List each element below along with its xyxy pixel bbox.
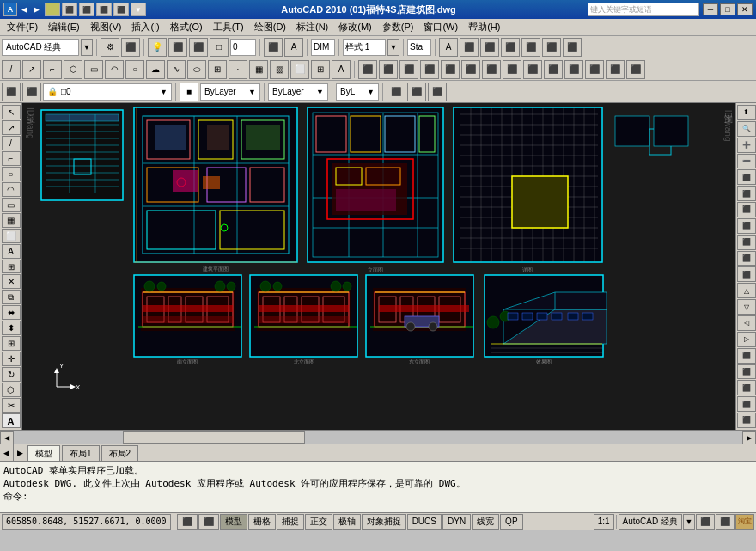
lt-btn-select2[interactable]: ↗ <box>2 120 21 135</box>
menu-item-annotate[interactable]: 标注(N) <box>291 19 333 35</box>
tb1-btn12[interactable]: ⬛ <box>501 38 520 57</box>
menu-item-format[interactable]: 格式(O) <box>165 19 208 35</box>
layer-state-btn[interactable]: ⬛ <box>22 83 41 101</box>
close-btn[interactable]: ✕ <box>737 3 753 15</box>
rt-btn4[interactable]: ➖ <box>737 154 756 169</box>
tab-nav-prev[interactable]: ◀ <box>0 444 14 461</box>
tb2-btn-gradient[interactable]: ▧ <box>270 60 289 79</box>
lineweight-combo[interactable]: ByL ▼ <box>336 83 379 101</box>
bottom-btn-snap2[interactable]: ⬛ <box>198 514 219 530</box>
plotstyle-btn2[interactable]: ⬛ <box>407 83 426 101</box>
plotstyle-btn[interactable]: ⬛ <box>387 83 405 101</box>
tb1-btn2[interactable]: ⬛ <box>121 38 140 57</box>
tb2-btn-m6[interactable]: ⬛ <box>461 60 480 79</box>
tb2-btn-circle[interactable]: ○ <box>125 60 144 79</box>
layer-panel-btn[interactable]: ⬛ <box>2 83 21 101</box>
menu-item-draw[interactable]: 绘图(D) <box>249 19 291 35</box>
tb2-btn-m14[interactable]: ⬛ <box>626 60 645 79</box>
tb2-btn-m12[interactable]: ⬛ <box>585 60 604 79</box>
menu-item-insert[interactable]: 插入(I) <box>126 19 164 35</box>
layer-combo[interactable]: 🔒 □0 ▼ <box>43 83 172 101</box>
rt-btn18[interactable]: ⬛ <box>737 380 756 395</box>
tb2-btn-m4[interactable]: ⬛ <box>420 60 439 79</box>
lt-btn-region[interactable]: ⬜ <box>2 229 21 243</box>
rt-btn12[interactable]: △ <box>737 283 756 298</box>
lt-btn-trim[interactable]: ✂ <box>2 398 21 413</box>
maximize-btn[interactable]: □ <box>720 3 735 15</box>
lt-btn-copy[interactable]: ⧉ <box>2 290 21 304</box>
tb2-btn-m11[interactable]: ⬛ <box>564 60 583 79</box>
tb-icon6[interactable]: ▼ <box>131 3 146 16</box>
tb2-btn-polyline[interactable]: ⌐ <box>43 60 62 79</box>
tb2-btn-insert[interactable]: ⊞ <box>208 60 227 79</box>
rt-btn9[interactable]: ⬛ <box>737 235 756 250</box>
rt-btn15[interactable]: ▷ <box>737 332 756 347</box>
lt-btn-scale[interactable]: ⬡ <box>2 383 21 397</box>
rt-btn7[interactable]: ⬛ <box>737 202 756 217</box>
tab-layout1[interactable]: 布局1 <box>62 445 100 461</box>
tb2-btn-m10[interactable]: ⬛ <box>544 60 563 79</box>
tb2-btn-m2[interactable]: ⬛ <box>379 60 398 79</box>
tb1-combo-sta[interactable]: Sta <box>407 39 431 56</box>
tb-icon5[interactable]: ⬛ <box>113 3 129 16</box>
lt-btn-circle[interactable]: ○ <box>2 167 21 181</box>
color-btn[interactable]: ■ <box>180 83 198 101</box>
bottom-icon3[interactable]: 淘宝 <box>735 514 754 530</box>
lt-btn-move[interactable]: ✛ <box>2 352 21 366</box>
tb2-btn-m1[interactable]: ⬛ <box>358 60 377 79</box>
tb2-btn-m13[interactable]: ⬛ <box>606 60 625 79</box>
lt-btn-polyline[interactable]: ⌐ <box>2 151 21 166</box>
tb2-btn-rect[interactable]: ▭ <box>84 60 103 79</box>
bottom-icon1[interactable]: ⬛ <box>696 514 715 530</box>
lt-btn-text[interactable]: A <box>2 244 21 259</box>
tb2-btn-line[interactable]: / <box>2 60 21 79</box>
menu-item-params[interactable]: 参数(P) <box>377 19 419 35</box>
rt-btn10[interactable]: ⬛ <box>737 251 756 266</box>
linetype-combo[interactable]: ByLayer ▼ <box>268 83 328 101</box>
tb1-dropdown-style[interactable]: ▼ <box>387 39 399 56</box>
rt-btn5[interactable]: ⬛ <box>737 169 756 185</box>
rt-btn6[interactable]: ⬛ <box>737 186 756 201</box>
tb1-btn1[interactable]: ⚙ <box>101 38 119 57</box>
tb2-btn-polygon[interactable]: ⬡ <box>64 60 82 79</box>
tb1-combo-style[interactable]: 样式 1 <box>343 39 386 56</box>
lt-btn-arc[interactable]: ◠ <box>2 182 21 197</box>
tb2-btn-ellipse[interactable]: ⬭ <box>187 60 206 79</box>
tb1-combo-dim[interactable]: DIM <box>311 39 335 56</box>
bottom-btn-polar[interactable]: 极轴 <box>333 514 361 530</box>
tb2-btn-spline[interactable]: ∿ <box>167 60 186 79</box>
menu-item-tools[interactable]: 工具(T) <box>208 19 249 35</box>
tb1-combo-zero[interactable]: 0 <box>230 39 256 56</box>
rt-btn20[interactable]: ⬛ <box>737 413 756 428</box>
tb2-btn-m7[interactable]: ⬛ <box>482 60 501 79</box>
workspace-combo[interactable]: AutoCAD 经典 <box>2 39 79 56</box>
lt-btn-insert[interactable]: ⊞ <box>2 260 21 274</box>
tb2-btn-point[interactable]: · <box>229 60 247 79</box>
quick-access-btn[interactable]: ◀ <box>19 3 29 16</box>
tb1-btn10[interactable]: ⬛ <box>460 38 479 57</box>
rt-btn8[interactable]: ⬛ <box>737 218 756 234</box>
bottom-btn-lw[interactable]: 线宽 <box>472 514 499 530</box>
drawing-canvas[interactable]: 宝ID:wang 淘宝 ID:wang <box>22 103 735 430</box>
tab-model[interactable]: 模型 <box>27 445 60 461</box>
hscroll-thumb[interactable] <box>123 431 305 444</box>
lt-btn-rect[interactable]: ▭ <box>2 198 21 212</box>
tb2-btn-table[interactable]: ⊞ <box>311 60 330 79</box>
menu-item-help[interactable]: 帮助(H) <box>463 19 505 35</box>
tb1-btn5[interactable]: ⬛ <box>189 38 208 57</box>
bottom-btn-dyn[interactable]: DYN <box>442 514 471 530</box>
rt-btn3[interactable]: ➕ <box>737 138 756 153</box>
menu-item-edit[interactable]: 编辑(E) <box>43 19 85 35</box>
tb2-btn-hatch[interactable]: ▦ <box>249 60 268 79</box>
tb2-btn-region[interactable]: ⬜ <box>290 60 309 79</box>
bottom-btn-snap3[interactable]: 捕捉 <box>277 514 304 530</box>
plotstyle-btn3[interactable]: ⬛ <box>428 83 447 101</box>
rt-btn19[interactable]: ⬛ <box>737 396 756 412</box>
minimize-btn[interactable]: ─ <box>703 3 718 15</box>
rt-btn14[interactable]: ◁ <box>737 315 756 331</box>
tb1-btn11[interactable]: ⬛ <box>480 38 499 57</box>
lt-btn-line[interactable]: / <box>2 136 21 150</box>
tb-icon2[interactable]: ⬛ <box>62 3 77 16</box>
hscroll-right-btn[interactable]: ▶ <box>742 431 756 444</box>
tb-icon1[interactable] <box>45 3 60 16</box>
